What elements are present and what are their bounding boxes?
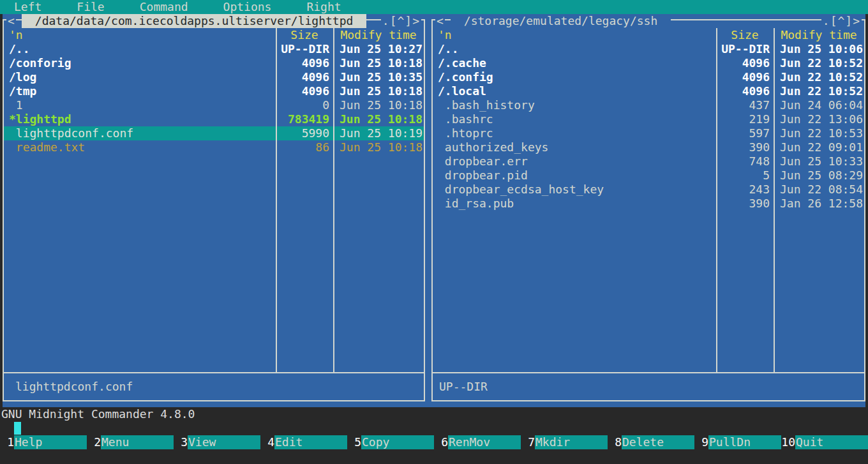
menu-item-command[interactable]: Command (140, 0, 188, 14)
fkey-number: 8 (608, 435, 622, 449)
fkey-number: 1 (0, 435, 14, 449)
right-file-list: /.. UP--DIR Jun 25 10:06 /.cache 4096 Ju… (433, 42, 864, 365)
file-name: 1 (4, 98, 276, 112)
file-size (276, 337, 333, 351)
file-size: 748 (716, 154, 774, 168)
file-row[interactable]: /tmp 4096 Jun 25 10:18 (4, 84, 424, 98)
file-name: .bash_history (433, 98, 716, 112)
empty-row (4, 197, 424, 211)
file-name (4, 211, 276, 225)
empty-row (433, 351, 864, 365)
file-row[interactable]: /.config 4096 Jun 22 10:52 (433, 70, 864, 84)
file-size: 0 (276, 98, 333, 112)
file-row[interactable]: .bashrc 219 Jun 22 13:06 (433, 112, 864, 126)
left-panel-path[interactable]: /data/data/com.icecoldapps.ultiserver/li… (22, 14, 366, 28)
file-row[interactable]: 1 0 Jun 25 10:18 (4, 98, 424, 112)
file-mtime (774, 351, 864, 365)
fkey-mkdir[interactable]: 7 Mkdir (521, 435, 608, 449)
file-mtime (333, 323, 424, 337)
file-size: 390 (716, 197, 774, 211)
right-panel-path[interactable]: /storage/emulated/legacy/ssh (451, 14, 671, 28)
empty-row (4, 154, 424, 168)
fkey-renmov[interactable]: 6 RenMov (434, 435, 521, 449)
menu-item-left[interactable]: Left (14, 0, 41, 14)
file-name (433, 225, 716, 239)
file-row[interactable]: dropbear.err 748 Jun 25 10:33 (433, 154, 864, 168)
file-name: /.config (433, 70, 716, 84)
fkey-pulldn[interactable]: 9 PullDn (694, 435, 781, 449)
file-mtime: Jun 25 10:35 (333, 70, 424, 84)
menu-item-options[interactable]: Options (223, 0, 272, 14)
fkey-label: Menu (101, 435, 174, 449)
file-row[interactable]: authorized_keys 390 Jun 22 09:01 (433, 140, 864, 154)
file-row[interactable]: .htoprc 597 Jun 22 10:53 (433, 126, 864, 140)
column-header-mtime[interactable]: Modify time (333, 28, 424, 42)
file-name: /.. (433, 42, 716, 56)
file-size (276, 183, 333, 197)
right-panel-header: 'n Name Size Modify time (433, 28, 864, 42)
file-name (433, 351, 716, 365)
file-row[interactable]: /.cache 4096 Jun 22 10:52 (433, 56, 864, 70)
menu-item-right[interactable]: Right (306, 0, 341, 14)
file-row[interactable]: id_rsa.pub 390 Jan 26 12:58 (433, 197, 864, 211)
file-row[interactable]: *lighttpd 783419 Jun 25 10:18 (4, 112, 424, 126)
column-header-size[interactable]: Size (276, 28, 333, 42)
file-size: 5 (716, 168, 774, 183)
file-row[interactable]: dropbear.pid 5 Jun 25 08:29 (433, 168, 864, 183)
empty-row (433, 337, 864, 351)
file-mtime (774, 323, 864, 337)
file-name: /tmp (4, 84, 276, 98)
mini-status-divider (433, 372, 864, 373)
file-name: /.cache (433, 56, 716, 70)
history-back-icon[interactable]: < (6, 14, 16, 28)
history-back-icon[interactable]: < (435, 14, 445, 28)
text-cursor (14, 422, 21, 435)
fkey-view[interactable]: 3 View (174, 435, 260, 449)
file-name (433, 337, 716, 351)
file-name (433, 281, 716, 295)
file-name (433, 309, 716, 323)
column-header-name[interactable]: 'n Name (4, 28, 276, 42)
file-row[interactable]: /conforig 4096 Jun 25 10:18 (4, 56, 424, 70)
fkey-number: 2 (87, 435, 101, 449)
file-name (4, 197, 276, 211)
file-mtime (774, 225, 864, 239)
file-row[interactable]: lighttpdconf.conf 5990 Jun 25 10:19 (4, 126, 424, 140)
file-name (433, 253, 716, 267)
panel-controls-icon[interactable]: .[^]> (381, 14, 421, 28)
empty-row (433, 253, 864, 267)
file-mtime (333, 295, 424, 309)
empty-row (433, 309, 864, 323)
file-mtime: Jun 25 10:18 (333, 112, 424, 126)
file-name (433, 295, 716, 309)
fkey-label: RenMov (448, 435, 521, 449)
file-size (716, 323, 774, 337)
fkey-edit[interactable]: 4 Edit (260, 435, 347, 449)
menu-item-file[interactable]: File (77, 0, 104, 14)
file-size: 390 (716, 140, 774, 154)
column-header-mtime[interactable]: Modify time (774, 28, 864, 42)
fkey-help[interactable]: 1 Help (0, 435, 87, 449)
command-line-input[interactable] (0, 421, 868, 435)
fkey-copy[interactable]: 5 Copy (347, 435, 434, 449)
file-row[interactable]: .bash_history 437 Jun 24 06:04 (433, 98, 864, 112)
file-row[interactable]: dropbear_ecdsa_host_key 243 Jun 22 08:54 (433, 183, 864, 197)
file-row[interactable]: /log 4096 Jun 25 10:35 (4, 70, 424, 84)
file-size (716, 281, 774, 295)
column-separator (716, 28, 717, 372)
file-size: 597 (716, 126, 774, 140)
file-mtime (774, 295, 864, 309)
fkey-menu[interactable]: 2 Menu (87, 435, 174, 449)
column-header-name[interactable]: 'n Name (433, 28, 716, 42)
column-header-size[interactable]: Size (716, 28, 774, 42)
file-row[interactable]: /.local 4096 Jun 22 10:52 (433, 84, 864, 98)
file-row[interactable]: /.. UP--DIR Jun 25 10:06 (433, 42, 864, 56)
file-row[interactable]: /.. UP--DIR Jun 25 10:27 (4, 42, 424, 56)
file-row[interactable]: readme.txt 86 Jun 25 10:18 (4, 140, 424, 154)
file-mtime: Jun 22 10:53 (774, 126, 864, 140)
fkey-quit[interactable]: 10 Quit (781, 435, 868, 449)
file-size (276, 351, 333, 365)
file-name: .htoprc (433, 126, 716, 140)
panel-controls-icon[interactable]: .[^]> (821, 14, 862, 28)
fkey-delete[interactable]: 8 Delete (608, 435, 694, 449)
